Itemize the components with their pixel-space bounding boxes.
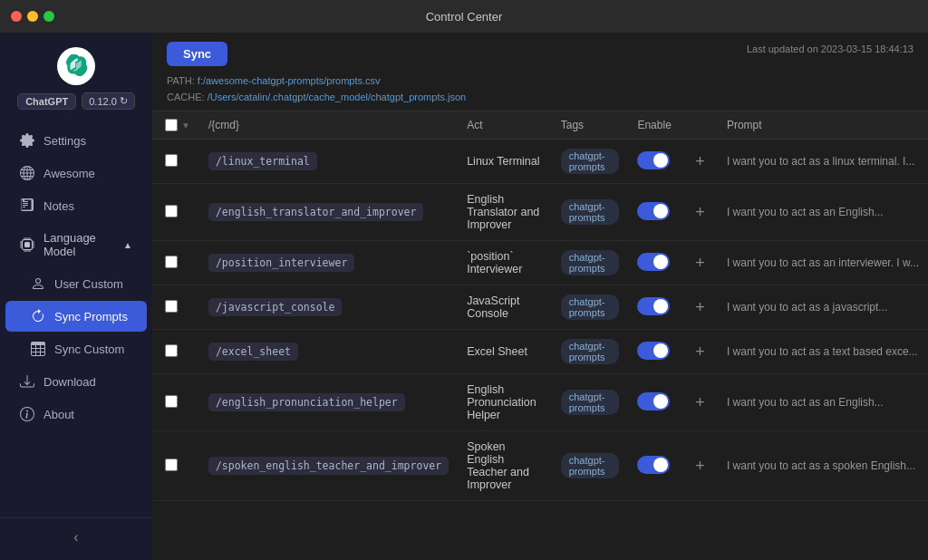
col-header-cmd: /{cmd} (199, 111, 458, 140)
notes-icon (20, 198, 34, 213)
maximize-button[interactable] (44, 11, 54, 22)
row-plus-cell: + (682, 241, 718, 285)
sidebar-item-settings-label: Settings (44, 134, 86, 148)
cmd-badge-5[interactable]: /english_pronunciation_helper (208, 393, 405, 411)
row-prompt-cell: I want you to act as an English... (718, 374, 928, 431)
row-plus-cell: + (682, 330, 718, 374)
row-checkbox-1[interactable] (165, 205, 178, 217)
refresh-icon[interactable]: ↻ (120, 95, 128, 107)
sidebar: ChatGPT 0.12.0 ↻ Settings (0, 33, 152, 560)
row-checkbox-cell (152, 140, 199, 184)
sidebar-item-user-custom[interactable]: User Custom (5, 268, 147, 299)
row-tags-cell: chatgpt-prompts (552, 140, 629, 184)
sidebar-item-language-model-label: Language Model (44, 231, 114, 258)
main-content: Sync Last updated on 2023-03-15 18:44:13… (152, 33, 928, 560)
tag-badge-1[interactable]: chatgpt-prompts (561, 199, 620, 225)
path-info: PATH: f:/awesome-chatgpt-prompts/prompts… (167, 73, 914, 105)
cpu-icon (20, 237, 34, 252)
add-button-6[interactable]: + (691, 457, 709, 475)
row-checkbox-2[interactable] (165, 256, 178, 268)
row-plus-cell: + (682, 140, 718, 184)
add-button-5[interactable]: + (691, 393, 709, 411)
tag-badge-5[interactable]: chatgpt-prompts (561, 390, 620, 415)
sidebar-item-settings[interactable]: Settings (5, 125, 147, 156)
add-button-2[interactable]: + (691, 254, 709, 272)
row-prompt-cell: I want you to act as an interviewer. I w… (718, 241, 928, 285)
act-label-0: Linux Terminal (467, 155, 539, 168)
tag-badge-6[interactable]: chatgpt-prompts (561, 453, 620, 478)
select-all-checkbox[interactable] (165, 119, 178, 131)
row-act-cell: Linux Terminal (458, 140, 552, 184)
cmd-badge-4[interactable]: /excel_sheet (208, 343, 298, 361)
sidebar-nav: Settings Awesome Notes (0, 119, 152, 517)
col-header-prompt: Prompt (718, 111, 928, 140)
cache-label: CACHE: (167, 92, 205, 102)
tag-badge-2[interactable]: chatgpt-prompts (561, 250, 620, 275)
sidebar-item-language-model[interactable]: Language Model ▲ (5, 223, 147, 266)
row-enable-cell (628, 184, 682, 241)
row-act-cell: English Pronunciation Helper (458, 374, 552, 431)
tag-badge-3[interactable]: chatgpt-prompts (561, 294, 620, 320)
toggle-5[interactable] (637, 392, 670, 410)
version-badge: 0.12.0 ↻ (82, 92, 135, 110)
sidebar-item-notes[interactable]: Notes (5, 190, 147, 221)
row-checkbox-0[interactable] (165, 154, 178, 167)
app-name-label: ChatGPT (17, 93, 76, 110)
row-checkbox-5[interactable] (165, 395, 178, 408)
toggle-6[interactable] (637, 456, 670, 474)
toggle-3[interactable] (637, 297, 670, 315)
act-label-4: Excel Sheet (467, 345, 527, 358)
tag-badge-0[interactable]: chatgpt-prompts (561, 149, 620, 174)
row-enable-cell (628, 330, 682, 374)
last-updated-label: Last updated on 2023-03-15 18:44:13 (747, 42, 914, 58)
cmd-badge-1[interactable]: /english_translator_and_improver (208, 203, 424, 221)
sidebar-item-awesome[interactable]: Awesome (5, 158, 147, 188)
row-tags-cell: chatgpt-prompts (552, 431, 629, 501)
path-value[interactable]: f:/awesome-chatgpt-prompts/prompts.csv (198, 75, 381, 86)
toggle-1[interactable] (637, 202, 670, 220)
row-checkbox-6[interactable] (165, 459, 178, 471)
cmd-badge-3[interactable]: /javascript_console (208, 298, 343, 316)
toggle-2[interactable] (637, 253, 670, 271)
row-checkbox-cell (152, 184, 199, 241)
table-row: /english_translator_and_improver English… (152, 184, 928, 241)
add-button-1[interactable]: + (691, 203, 709, 221)
info-icon (20, 407, 34, 421)
act-label-6: Spoken English Teacher and Improver (467, 440, 529, 491)
row-enable-cell (628, 374, 682, 431)
cmd-badge-6[interactable]: /spoken_english_teacher_and_improver (208, 457, 449, 475)
row-prompt-cell: I want you to act as a spoken English... (718, 431, 928, 501)
table-icon (31, 342, 45, 356)
cmd-badge-0[interactable]: /linux_terminal (208, 152, 317, 170)
sidebar-item-about-label: About (44, 408, 74, 421)
gear-icon (20, 133, 34, 148)
close-button[interactable] (11, 11, 22, 22)
sidebar-item-sync-custom[interactable]: Sync Custom (5, 333, 147, 364)
row-checkbox-cell (152, 374, 199, 431)
cache-value[interactable]: /Users/catalin/.chatgpt/cache_model/chat… (208, 92, 467, 102)
download-icon (20, 374, 34, 389)
add-button-3[interactable]: + (691, 298, 709, 316)
sidebar-item-about[interactable]: About (5, 399, 147, 430)
row-checkbox-4[interactable] (165, 344, 178, 357)
sidebar-item-sync-prompts[interactable]: Sync Prompts (5, 301, 147, 332)
row-cmd-cell: /javascript_console (199, 285, 458, 330)
sync-button[interactable]: Sync (167, 42, 227, 66)
toggle-4[interactable] (637, 342, 670, 360)
version-row: ChatGPT 0.12.0 ↻ (17, 92, 135, 110)
row-cmd-cell: /spoken_english_teacher_and_improver (199, 431, 458, 501)
add-button-4[interactable]: + (691, 343, 709, 361)
row-cmd-cell: /position_interviewer (199, 241, 458, 285)
row-checkbox-3[interactable] (165, 300, 178, 313)
titlebar: Control Center (0, 0, 928, 33)
sidebar-item-download[interactable]: Download (5, 366, 147, 397)
prompt-preview-2: I want you to act as an interviewer. I w… (727, 256, 919, 269)
back-button[interactable]: ‹ (14, 526, 138, 549)
cmd-badge-2[interactable]: /position_interviewer (208, 254, 354, 272)
app-logo (57, 47, 95, 85)
table-row: /linux_terminal Linux Terminal chatgpt-p… (152, 140, 928, 184)
tag-badge-4[interactable]: chatgpt-prompts (561, 339, 620, 364)
toggle-0[interactable] (637, 151, 670, 169)
add-button-0[interactable]: + (691, 152, 709, 170)
minimize-button[interactable] (27, 11, 38, 22)
